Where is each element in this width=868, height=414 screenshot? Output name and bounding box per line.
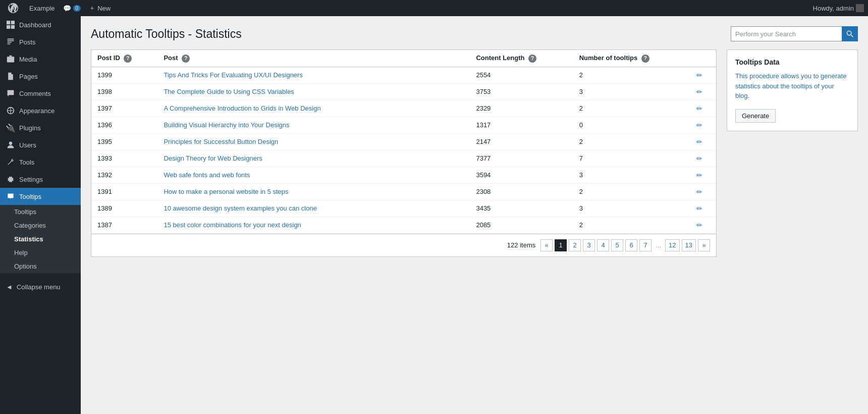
- site-name-link[interactable]: Example: [25, 0, 59, 16]
- edit-icon[interactable]: ✏: [696, 138, 702, 146]
- sidebar-item-settings[interactable]: Settings: [0, 171, 81, 188]
- total-items: 122 items: [507, 241, 535, 249]
- wp-logo-link[interactable]: [4, 0, 25, 16]
- generate-button[interactable]: Generate: [735, 109, 776, 123]
- svg-rect-1: [11, 21, 15, 24]
- edit-icon[interactable]: ✏: [696, 221, 702, 229]
- cell-tooltips-count: 3: [573, 83, 690, 100]
- post-link[interactable]: How to make a personal website in 5 step…: [164, 188, 288, 195]
- table-row: 1392 Web safe fonts and web fonts 3594 3…: [91, 167, 716, 183]
- edit-icon[interactable]: ✏: [696, 171, 702, 179]
- dashboard-icon: [6, 20, 15, 29]
- tooltips-help-icon[interactable]: ?: [641, 55, 649, 63]
- content-area: Automatic Tooltips - Statistics Post ID …: [81, 16, 868, 414]
- table-row: 1398 The Complete Guide to Using CSS Var…: [91, 83, 716, 100]
- submenu-statistics[interactable]: Statistics: [0, 232, 81, 246]
- page-1[interactable]: 1: [555, 239, 567, 251]
- page-4[interactable]: 4: [597, 239, 609, 251]
- edit-icon[interactable]: ✏: [696, 88, 702, 96]
- sidebar-item-comments[interactable]: Comments: [0, 85, 81, 102]
- post-id-help-icon[interactable]: ?: [124, 55, 132, 63]
- media-icon: [6, 55, 15, 64]
- sidebar-item-dashboard[interactable]: Dashboard: [0, 16, 81, 33]
- cell-edit: ✏: [690, 133, 716, 150]
- pages-icon: [6, 72, 15, 81]
- post-help-icon[interactable]: ?: [182, 55, 190, 63]
- col-actions: [690, 50, 716, 67]
- admin-bar: Example 💬 0 ＋ New Howdy, admin: [0, 0, 868, 16]
- post-link[interactable]: Web safe fonts and web fonts: [164, 171, 250, 179]
- search-icon: [846, 30, 853, 37]
- post-link[interactable]: The Complete Guide to Using CSS Variable…: [164, 88, 294, 95]
- right-panel: Tooltips Data This procedure allows you …: [727, 49, 858, 257]
- page-5[interactable]: 5: [611, 239, 623, 251]
- sidebar-item-tools[interactable]: Tools: [0, 153, 81, 171]
- cell-tooltips-count: 3: [573, 167, 690, 183]
- post-link[interactable]: Building Visual Hierarchy into Your Desi…: [164, 121, 289, 129]
- edit-icon[interactable]: ✏: [696, 188, 702, 196]
- sidebar-item-label: Tooltips: [19, 193, 41, 200]
- sidebar-item-appearance[interactable]: Appearance: [0, 102, 81, 119]
- search-button[interactable]: [842, 26, 858, 41]
- cell-edit: ✏: [690, 67, 716, 83]
- tooltips-data-title: Tooltips Data: [735, 58, 849, 66]
- collapse-menu-button[interactable]: ◄ Collapse menu: [0, 278, 81, 296]
- submenu-options[interactable]: Options: [0, 260, 81, 273]
- avatar[interactable]: [856, 4, 864, 12]
- cell-tooltips-count: 3: [573, 200, 690, 217]
- cell-post-title: The Complete Guide to Using CSS Variable…: [157, 83, 470, 100]
- post-link[interactable]: A Comprehensive Introduction to Grids in…: [164, 105, 320, 112]
- page-12[interactable]: 12: [665, 239, 679, 251]
- edit-icon[interactable]: ✏: [696, 154, 702, 163]
- cell-content-length: 3594: [470, 167, 573, 183]
- edit-icon[interactable]: ✏: [696, 71, 702, 79]
- table-section: Post ID ? Post ? Content Length ?: [91, 49, 717, 257]
- edit-icon[interactable]: ✏: [696, 121, 702, 129]
- site-name: Example: [29, 5, 55, 12]
- cell-post-id: 1396: [91, 117, 157, 133]
- cell-post-id: 1391: [91, 183, 157, 200]
- submenu-categories[interactable]: Categories: [0, 219, 81, 232]
- cell-edit: ✏: [690, 200, 716, 217]
- collapse-icon: ◄: [6, 283, 13, 291]
- page-3[interactable]: 3: [583, 239, 595, 251]
- sidebar-item-tooltips[interactable]: Tooltips: [0, 188, 81, 205]
- sidebar-item-plugins[interactable]: 🔌 Plugins: [0, 119, 81, 136]
- tooltips-submenu: Tooltips Categories Statistics Help Opti…: [0, 205, 81, 273]
- post-link[interactable]: 10 awesome design system examples you ca…: [164, 204, 317, 212]
- page-7[interactable]: 7: [639, 239, 652, 251]
- comments-count: 0: [73, 5, 81, 12]
- post-link[interactable]: Principles for Successful Button Design: [164, 138, 278, 145]
- sidebar-item-users[interactable]: Users: [0, 136, 81, 153]
- post-link[interactable]: Design Theory for Web Designers: [164, 154, 262, 162]
- cell-content-length: 7377: [470, 150, 573, 167]
- sidebar-item-pages[interactable]: Pages: [0, 68, 81, 85]
- comment-bubble-icon: 💬: [63, 5, 71, 12]
- content-length-help-icon[interactable]: ?: [528, 55, 536, 63]
- page-next[interactable]: »: [698, 239, 710, 251]
- tools-icon: [6, 158, 15, 167]
- post-link[interactable]: Tips And Tricks For Evaluating UX/UI Des…: [164, 71, 303, 79]
- submenu-help[interactable]: Help: [0, 246, 81, 260]
- edit-icon[interactable]: ✏: [696, 204, 702, 213]
- col-post: Post ?: [157, 50, 470, 67]
- cell-post-id: 1397: [91, 100, 157, 117]
- sidebar-item-media[interactable]: Media: [0, 50, 81, 68]
- cell-edit: ✏: [690, 183, 716, 200]
- edit-icon[interactable]: ✏: [696, 105, 702, 113]
- new-content-link[interactable]: ＋ New: [85, 0, 115, 16]
- cell-post-title: Design Theory for Web Designers: [157, 150, 470, 167]
- main-layout: Dashboard Posts Media Pages Comments: [0, 16, 868, 414]
- post-link[interactable]: 15 best color combinations for your next…: [164, 221, 301, 229]
- plus-icon: ＋: [89, 4, 95, 13]
- cell-tooltips-count: 2: [573, 100, 690, 117]
- page-13[interactable]: 13: [682, 239, 696, 251]
- page-6[interactable]: 6: [625, 239, 637, 251]
- comments-link[interactable]: 💬 0: [59, 0, 85, 16]
- page-2[interactable]: 2: [569, 239, 581, 251]
- cell-tooltips-count: 2: [573, 67, 690, 83]
- page-prev[interactable]: «: [540, 239, 553, 251]
- sidebar-item-posts[interactable]: Posts: [0, 33, 81, 50]
- search-input[interactable]: [731, 26, 842, 41]
- submenu-tooltips[interactable]: Tooltips: [0, 205, 81, 219]
